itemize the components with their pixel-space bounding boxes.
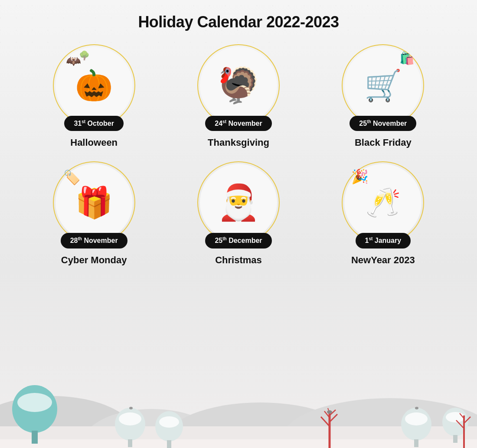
svg-point-33 [415, 407, 418, 409]
halloween-icon: 🎃 🦇 🌳 [56, 47, 133, 124]
svg-rect-14 [167, 440, 171, 448]
thanksgiving-icon: 🦃 [200, 47, 277, 124]
svg-rect-5 [0, 439, 477, 448]
cybermonday-name: Cyber Monday [61, 255, 127, 266]
holiday-card-thanksgiving: 🦃 24st November Thanksgiving [170, 44, 306, 148]
holiday-card-halloween: 🎃 🦇 🌳 31st October Halloween [26, 44, 162, 148]
holiday-card-christmas: 🎅 25th December Christmas [170, 161, 306, 265]
thanksgiving-name: Thanksgiving [208, 137, 269, 148]
landscape [0, 353, 477, 448]
cybermonday-circle: 🎁 🏷️ [53, 161, 135, 244]
holiday-card-newyear: 🥂 🎉 1st January NewYear 2023 [315, 161, 451, 265]
svg-rect-27 [453, 435, 457, 443]
main-content: Holiday Calendar 2022-2023 🎃 🦇 🌳 31st Oc… [0, 0, 477, 266]
halloween-circle: 🎃 🦇 🌳 [53, 44, 135, 127]
cybermonday-icon: 🎁 🏷️ [56, 164, 133, 241]
svg-point-32 [129, 407, 133, 409]
newyear-name: NewYear 2023 [351, 255, 415, 266]
halloween-name: Halloween [70, 137, 118, 148]
thanksgiving-circle: 🦃 [197, 44, 280, 127]
svg-rect-11 [128, 439, 132, 447]
cybermonday-date: 28th November [61, 233, 127, 248]
svg-point-23 [405, 412, 428, 425]
svg-rect-24 [414, 439, 418, 447]
svg-point-13 [159, 416, 179, 428]
svg-point-7 [17, 393, 52, 412]
newyear-circle: 🥂 🎉 [342, 161, 424, 244]
blackfriday-circle: 🛒 🛍️ [342, 44, 424, 127]
page-title: Holiday Calendar 2022-2023 [26, 13, 451, 31]
svg-point-26 [446, 412, 465, 422]
newyear-icon: 🥂 🎉 [344, 164, 421, 241]
christmas-name: Christmas [215, 255, 262, 266]
svg-point-21 [327, 410, 332, 414]
svg-point-10 [119, 412, 141, 425]
blackfriday-icon: 🛒 🛍️ [344, 47, 421, 124]
holiday-card-cybermonday: 🎁 🏷️ 28th November Cyber Monday [26, 161, 162, 265]
christmas-icon: 🎅 [200, 164, 277, 241]
halloween-date: 31st October [64, 116, 124, 131]
christmas-circle: 🎅 [197, 161, 280, 244]
christmas-date: 25th December [205, 233, 271, 248]
blackfriday-date: 25th November [350, 116, 416, 131]
svg-rect-8 [32, 431, 38, 444]
newyear-date: 1st January [356, 233, 411, 248]
thanksgiving-date: 24st November [205, 116, 271, 131]
holiday-card-blackfriday: 🛒 🛍️ 25th November Black Friday [315, 44, 451, 148]
holiday-grid: 🎃 🦇 🌳 31st October Halloween 🦃 24st Nove… [26, 44, 451, 266]
blackfriday-name: Black Friday [355, 137, 412, 148]
